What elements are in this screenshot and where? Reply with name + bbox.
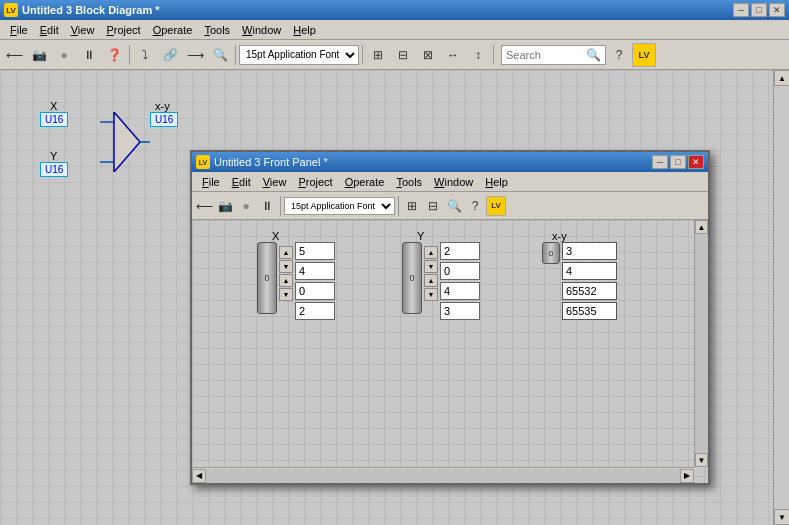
fp-close-button[interactable]: ✕ xyxy=(688,155,704,169)
fp-toolbar-help[interactable]: ? xyxy=(465,196,485,216)
toolbar-resize-btn[interactable]: ⊠ xyxy=(416,43,440,67)
fp-scrollbar-bottom[interactable]: ◀ ▶ xyxy=(192,467,694,483)
y-control-group: 0 ▲ ▼ ▲ ▼ 2 0 4 3 xyxy=(402,242,480,320)
fp-xy-label: x-y xyxy=(552,230,567,242)
toolbar-stop-btn[interactable]: ⏸ xyxy=(77,43,101,67)
fp-lv-btn[interactable]: LV xyxy=(486,196,506,216)
fp-menu-view[interactable]: View xyxy=(257,174,293,190)
arrow-symbol xyxy=(100,112,150,172)
x-knob[interactable]: 0 xyxy=(257,242,277,314)
toolbar-connect-btn[interactable]: 🔗 xyxy=(158,43,182,67)
x-field-2[interactable]: 4 xyxy=(295,262,335,280)
fp-scroll-track[interactable] xyxy=(695,234,708,453)
toolbar-run-btn[interactable]: ● xyxy=(52,43,76,67)
fp-maximize-button[interactable]: □ xyxy=(670,155,686,169)
fp-toolbar-sep xyxy=(280,196,281,216)
fp-scroll-up[interactable]: ▲ xyxy=(695,220,708,234)
fp-toolbar-zoom[interactable]: 🔍 xyxy=(444,196,464,216)
fp-toolbar-run[interactable]: ● xyxy=(236,196,256,216)
y-arrow-dn-1[interactable]: ▼ xyxy=(424,260,438,273)
toolbar-order-btn[interactable]: ↔ xyxy=(441,43,465,67)
main-window-controls: ─ □ ✕ xyxy=(733,3,785,17)
fp-scroll-right[interactable]: ▶ xyxy=(680,469,694,483)
toolbar-dist-btn[interactable]: ⊟ xyxy=(391,43,415,67)
search-input[interactable] xyxy=(506,49,586,61)
menu-view[interactable]: View xyxy=(65,22,101,38)
font-select[interactable]: 15pt Application Font xyxy=(239,45,359,65)
fp-menu-edit[interactable]: Edit xyxy=(226,174,257,190)
toolbar-extra-btn[interactable]: ? xyxy=(607,43,631,67)
fp-toolbar-dist[interactable]: ⊟ xyxy=(423,196,443,216)
x-arrow-up-2[interactable]: ▲ xyxy=(279,274,293,287)
toolbar-align-btn[interactable]: ⊞ xyxy=(366,43,390,67)
fp-scroll-htrack[interactable] xyxy=(206,469,680,483)
y-arrow-dn-2[interactable]: ▼ xyxy=(424,288,438,301)
main-scrollbar-right[interactable]: ▲ ▼ xyxy=(773,70,789,525)
fp-menu-help[interactable]: Help xyxy=(479,174,514,190)
main-window-title: Untitled 3 Block Diagram * xyxy=(22,4,160,16)
x-arrow-up-1[interactable]: ▲ xyxy=(279,246,293,259)
fp-menu-operate[interactable]: Operate xyxy=(339,174,391,190)
fp-font-select[interactable]: 15pt Application Font xyxy=(284,197,395,215)
x-field-4[interactable]: 2 xyxy=(295,302,335,320)
toolbar-help-btn[interactable]: ❓ xyxy=(102,43,126,67)
fp-window-title: Untitled 3 Front Panel * xyxy=(214,156,328,168)
menu-edit[interactable]: Edit xyxy=(34,22,65,38)
maximize-button[interactable]: □ xyxy=(751,3,767,17)
scroll-track[interactable] xyxy=(774,86,789,509)
y-label: Y xyxy=(50,150,57,162)
fp-icon: LV xyxy=(196,155,210,169)
xy-field-1: 3 xyxy=(562,242,617,260)
y-field-1[interactable]: 2 xyxy=(440,242,480,260)
menu-project[interactable]: Project xyxy=(100,22,146,38)
x-arrow-dn-1[interactable]: ▼ xyxy=(279,260,293,273)
toolbar-probe-btn[interactable]: 🔍 xyxy=(208,43,232,67)
menu-window[interactable]: Window xyxy=(236,22,287,38)
fp-toolbar-back[interactable]: ⟵ xyxy=(194,196,214,216)
close-button[interactable]: ✕ xyxy=(769,3,785,17)
y-field-4[interactable]: 3 xyxy=(440,302,480,320)
xy-field-3: 65532 xyxy=(562,282,617,300)
fp-toolbar-align[interactable]: ⊞ xyxy=(402,196,422,216)
fp-minimize-button[interactable]: ─ xyxy=(652,155,668,169)
fp-canvas[interactable]: X 0 ▲ ▼ ▲ ▼ xyxy=(192,220,708,483)
menu-tools[interactable]: Tools xyxy=(198,22,236,38)
toolbar-step-btn[interactable]: ⤵ xyxy=(133,43,157,67)
fp-scrollbar-right[interactable]: ▲ ▼ xyxy=(694,220,708,467)
scroll-up-btn[interactable]: ▲ xyxy=(774,70,789,86)
y-arrow-up-2[interactable]: ▲ xyxy=(424,274,438,287)
y-arrow-up-1[interactable]: ▲ xyxy=(424,246,438,259)
fp-menu-window[interactable]: Window xyxy=(428,174,479,190)
fp-menu-project[interactable]: Project xyxy=(292,174,338,190)
fp-x-label: X xyxy=(272,230,279,242)
x-arrow-dn-2[interactable]: ▼ xyxy=(279,288,293,301)
toolbar-back-btn[interactable]: ⟵ xyxy=(2,43,26,67)
search-button[interactable]: 🔍 xyxy=(586,48,601,62)
fp-menu-file[interactable]: File xyxy=(196,174,226,190)
function-block xyxy=(100,112,150,172)
minimize-button[interactable]: ─ xyxy=(733,3,749,17)
toolbar-sep-2 xyxy=(235,45,236,65)
toolbar-lv-btn[interactable]: LV xyxy=(632,43,656,67)
y-field-2[interactable]: 0 xyxy=(440,262,480,280)
menu-help[interactable]: Help xyxy=(287,22,322,38)
fp-menu-tools[interactable]: Tools xyxy=(390,174,428,190)
fp-scroll-left[interactable]: ◀ xyxy=(192,469,206,483)
fp-toolbar-stop[interactable]: ⏸ xyxy=(257,196,277,216)
scroll-down-btn[interactable]: ▼ xyxy=(774,509,789,525)
x-field-1[interactable]: 5 xyxy=(295,242,335,260)
toolbar-wire-btn[interactable]: ⟶ xyxy=(183,43,207,67)
block-diagram-canvas[interactable]: X U16 Y U16 x-y xyxy=(0,70,789,525)
search-box: 🔍 xyxy=(501,45,606,65)
fp-title-bar: LV Untitled 3 Front Panel * ─ □ ✕ xyxy=(192,152,708,172)
menu-file[interactable]: File xyxy=(4,22,34,38)
x-field-3[interactable]: 0 xyxy=(295,282,335,300)
fp-scroll-down[interactable]: ▼ xyxy=(695,453,708,467)
menu-operate[interactable]: Operate xyxy=(147,22,199,38)
y-field-3[interactable]: 4 xyxy=(440,282,480,300)
fp-toolbar: ⟵ 📷 ● ⏸ 15pt Application Font ⊞ ⊟ 🔍 ? LV xyxy=(192,192,708,220)
y-knob[interactable]: 0 xyxy=(402,242,422,314)
fp-toolbar-snap[interactable]: 📷 xyxy=(215,196,235,216)
toolbar-snapshot-btn[interactable]: 📷 xyxy=(27,43,51,67)
toolbar-reorder-btn[interactable]: ↕ xyxy=(466,43,490,67)
